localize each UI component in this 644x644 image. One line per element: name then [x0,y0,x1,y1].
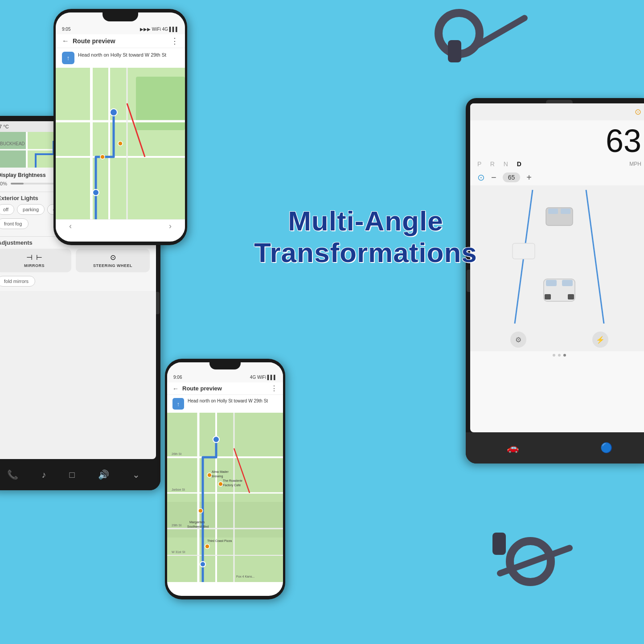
phone-top-screen: 9:05 ▶▶▶ WiFi 4G ▌▌▌ ← Route preview ⋮ ↑… [56,12,185,242]
arm-joint-top [448,40,461,62]
phone-nav-prev[interactable]: ‹ [69,222,72,231]
steering-card[interactable]: ⊙ STEERING WHEEL [76,249,150,272]
phone-b-title: Route preview [182,385,271,392]
phone-b-map-svg: 26th St Jarboe St 29th St W 31st St Alma… [167,413,283,582]
phone-nav-next[interactable]: › [169,222,172,231]
phone-top-map [56,68,185,219]
tr-action-icons: ⚙ ⚡ [470,328,644,351]
svg-line-20 [586,190,604,324]
tl-phone-icon[interactable]: 📞 [7,469,18,480]
svg-text:Brewing: Brewing [212,475,223,478]
phone-top-time: 9:05 [62,27,70,32]
svg-text:Southwest Blvd: Southwest Blvd [187,525,209,528]
fold-mirrors-btn[interactable]: fold mirrors [0,276,35,287]
tl-volume-icon[interactable]: 🔊 [98,469,109,480]
svg-point-55 [200,562,205,567]
lights-btn-parking[interactable]: parking [17,204,45,215]
tr-mph-label: MPH [629,161,641,167]
mirrors-label: MIRRORS [0,263,69,268]
phone-top-direction: ↑ Head north on Holly St toward W 29th S… [56,48,185,68]
svg-text:Jarboe St: Jarboe St [172,488,185,491]
svg-rect-27 [545,294,551,299]
svg-text:BUCKHEAD: BUCKHEAD [0,141,25,146]
tr-bolt-icon[interactable]: ⚡ [592,332,608,348]
tr-dot-3 [563,354,566,357]
direction-icon: ↑ [62,52,74,64]
direction-text: Head north on Holly St toward W 29th St [78,52,166,58]
phone-b-nav: ← Route preview ⋮ [167,382,283,395]
svg-rect-26 [562,280,573,286]
tr-page-dots [470,351,644,359]
svg-point-41 [218,482,223,486]
phone-b-direction: ↑ Head north on Holly St toward W 29th S… [167,395,283,413]
tl-chevron-down[interactable]: ⌄ [132,469,140,480]
cruise-minus-btn[interactable]: − [489,172,498,183]
svg-rect-23 [561,209,570,214]
phone-top-notch [103,9,138,21]
tablet-right: ⊙ 63 P R N D MPH ⊙ − 65 + [466,98,644,464]
svg-rect-31 [167,502,283,537]
svg-text:Third Coast Pizza: Third Coast Pizza [207,539,232,542]
tl-music-icon[interactable]: ♪ [41,470,46,480]
phone-top: 9:05 ▶▶▶ WiFi 4G ▌▌▌ ← Route preview ⋮ ↑… [53,9,187,245]
front-fog-btn[interactable]: front fog [0,218,29,229]
svg-rect-29 [513,243,535,259]
cruise-plus-btn[interactable]: + [525,172,533,183]
svg-point-39 [213,436,219,443]
tr-dot-2 [558,354,561,357]
arm-joint-bottom [492,533,506,555]
svg-point-7 [110,109,117,116]
phone-top-title: Route preview [73,37,171,45]
svg-text:29th St: 29th St [172,524,181,527]
phone-b-back-icon[interactable]: ← [172,385,179,392]
phone-b-map: 26th St Jarboe St 29th St W 31st St Alma… [167,413,283,582]
phone-top-signal: ▶▶▶ WiFi 4G ▌▌▌ [140,27,179,32]
tl-temp: 17 °C [0,124,9,129]
phone-b-direction-icon: ↑ [172,398,184,410]
phone-b-direction-text: Head north on Holly St toward W 29th St [188,398,268,404]
main-heading: Multi-Angle Transformations [254,205,477,269]
back-arrow-icon[interactable]: ← [62,37,69,45]
phone-b-signal: 4G WiFi ▌▌▌ [250,375,277,380]
phone-bottom-notch [209,359,241,369]
tablet-right-screen: ⊙ 63 P R N D MPH ⊙ − 65 + [470,103,644,432]
mirrors-card[interactable]: ⊣ ⊢ MIRRORS [0,249,71,272]
mount-ring-bottom [506,537,555,586]
more-options-icon[interactable]: ⋮ [171,36,179,46]
tl-bottom-bar: 📞 ♪ □ 🔊 ⌄ [0,459,160,490]
svg-text:Fox 4 Kans...: Fox 4 Kans... [236,575,254,578]
tr-speed-display: 63 [470,120,644,159]
steering-label: STEERING WHEEL [78,263,147,268]
tr-settings-icon[interactable]: ⚙ [510,332,526,348]
svg-point-40 [207,473,212,477]
svg-rect-22 [548,209,558,214]
tr-status-bar: ⊙ [470,103,644,120]
brightness-value: 10% [0,181,7,186]
tr-cruise-row: ⊙ − 65 + [470,169,644,185]
svg-point-8 [93,189,99,196]
svg-text:Factory Cafe: Factory Cafe [223,484,241,487]
tire-warning-icon: ⊙ [635,107,641,117]
svg-text:Alma Mader: Alma Mader [212,470,229,473]
tr-tab-active-icon[interactable]: 🔵 [600,442,612,454]
adjustments-row: ⊣ ⊢ MIRRORS ⊙ STEERING WHEEL [0,249,150,272]
mirror-icons: ⊣ ⊢ [0,253,69,262]
svg-point-43 [205,544,209,549]
svg-text:W 31st St: W 31st St [172,550,185,554]
phone-bottom: 9:06 4G WiFi ▌▌▌ ← Route preview ⋮ ↑ Hea… [165,359,285,599]
steering-icon: ⊙ [78,253,147,262]
tr-dot-1 [553,354,555,357]
phone-b-time: 9:06 [173,375,182,380]
tr-prnd-row: P R N D MPH [470,159,644,169]
svg-text:Margarita's: Margarita's [189,521,205,524]
phone-top-nav: ← Route preview ⋮ [56,34,185,48]
tr-prnd: P R N D [477,160,523,168]
map-svg [56,68,185,219]
tr-gear-active: D [517,160,523,168]
heading-line1: Multi-Angle [254,205,477,237]
tr-tab-car-icon[interactable]: 🚗 [507,442,519,454]
car-view-svg [488,190,631,324]
tl-screen-icon[interactable]: □ [69,470,74,480]
lights-btn-off[interactable]: off [0,204,14,215]
phone-b-more-icon[interactable]: ⋮ [271,384,278,393]
